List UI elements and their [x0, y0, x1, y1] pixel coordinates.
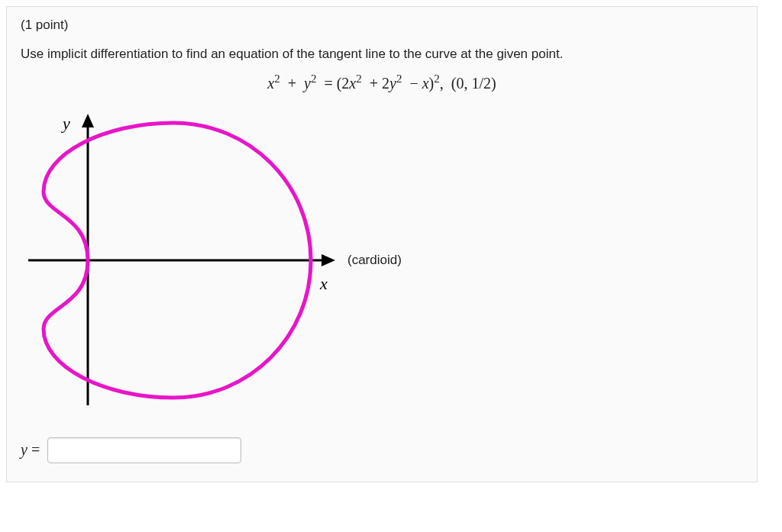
answer-row: y =: [21, 437, 743, 463]
answer-input[interactable]: [47, 437, 241, 463]
x-axis-arrow-icon: [322, 254, 335, 266]
given-point: (0, 1/2): [451, 75, 496, 92]
question-card: (1 point) Use implicit differentiation t…: [6, 6, 758, 482]
answer-label: y =: [21, 441, 40, 459]
points-label: (1 point): [21, 18, 743, 33]
x-axis-label: x: [319, 274, 328, 293]
curve-name-label: (cardioid): [347, 253, 402, 268]
cardioid-figure: y x: [21, 100, 341, 421]
eq-x: x: [267, 75, 274, 92]
equation: x2 + y2 = (2x2 + 2y2 − x)2, (0, 1/2): [21, 73, 743, 92]
figure-row: y x (cardioid): [21, 100, 743, 421]
eq-y: y: [304, 75, 311, 92]
y-axis-arrow-icon: [82, 114, 94, 127]
y-axis-label: y: [61, 114, 70, 133]
question-prompt: Use implicit differentiation to find an …: [21, 47, 743, 62]
